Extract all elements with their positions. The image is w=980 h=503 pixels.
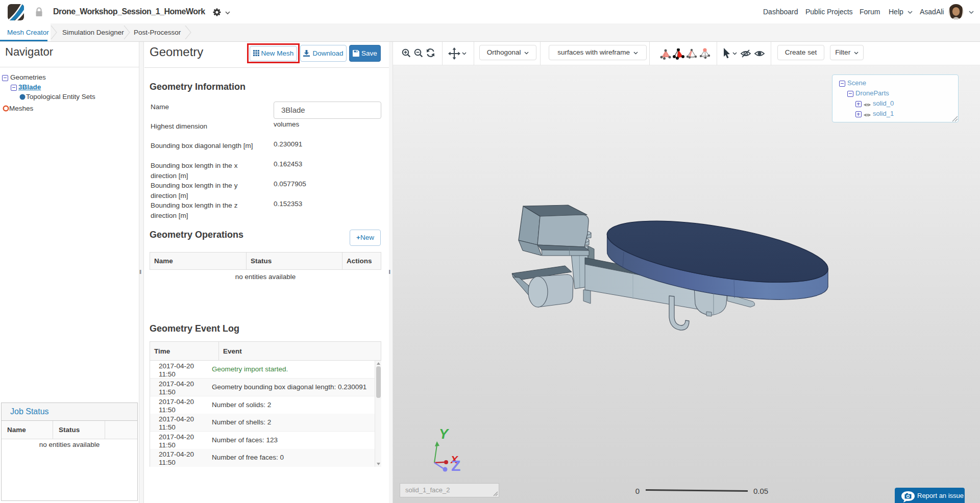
svg-text:Y: Y [439, 426, 450, 442]
svg-text:Z: Z [451, 457, 460, 474]
